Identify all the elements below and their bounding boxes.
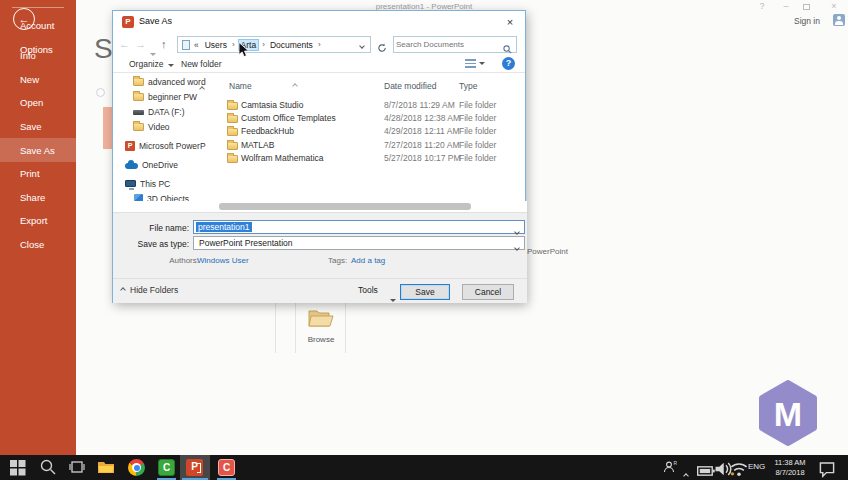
cancel-button[interactable]: Cancel bbox=[462, 284, 514, 300]
search-box bbox=[393, 36, 517, 53]
sidebar-item[interactable]: Save As bbox=[0, 138, 76, 162]
file-name: FeedbackHub bbox=[241, 126, 294, 136]
backstage-tile-fragment bbox=[103, 107, 112, 149]
tree-item[interactable]: advanced word bbox=[113, 74, 207, 89]
file-name-input[interactable]: presentation1 bbox=[193, 220, 525, 234]
tree-item[interactable]: Microsoft PowerP bbox=[113, 138, 207, 153]
window-close-button[interactable]: × bbox=[826, 1, 842, 11]
window-restore-button[interactable] bbox=[803, 4, 810, 10]
file-name-dropdown-icon[interactable] bbox=[515, 226, 519, 236]
taskbar-search-icon[interactable] bbox=[39, 458, 57, 476]
nav-forward-icon[interactable]: → bbox=[135, 37, 146, 51]
change-view-button[interactable] bbox=[465, 59, 485, 68]
battery-icon[interactable] bbox=[697, 462, 715, 480]
sidebar-menu: Info New Open Save Save As bbox=[0, 44, 76, 256]
save-as-type-dropdown-icon[interactable] bbox=[515, 242, 519, 252]
tree-scroll-up-icon[interactable] bbox=[200, 77, 204, 95]
window-help-button[interactable]: ? bbox=[754, 1, 770, 11]
tree-item[interactable]: DATA (F:) bbox=[113, 104, 207, 119]
folder-icon bbox=[133, 123, 144, 131]
people-icon[interactable]: R bbox=[663, 460, 677, 474]
breadcrumb-item[interactable]: Documents bbox=[268, 39, 315, 51]
powerpoint-taskbar-button[interactable]: P bbox=[180, 455, 210, 480]
sidebar-item[interactable]: New bbox=[0, 68, 76, 92]
start-button-icon[interactable] bbox=[9, 458, 27, 476]
nav-up-icon[interactable]: ↑ bbox=[161, 37, 167, 51]
sidebar-item[interactable]: Print bbox=[0, 162, 76, 186]
tools-dropdown-icon[interactable] bbox=[390, 288, 396, 306]
tree-item[interactable]: This PC bbox=[113, 176, 207, 191]
wifi-icon[interactable] bbox=[730, 460, 748, 478]
breadcrumb-overflow-icon[interactable]: « bbox=[194, 40, 199, 50]
new-folder-button[interactable]: New folder bbox=[181, 59, 222, 69]
address-bar[interactable]: « Users › Arta › bbox=[177, 36, 371, 53]
back-button[interactable]: ← bbox=[13, 8, 35, 30]
file-explorer-icon[interactable] bbox=[97, 458, 115, 476]
back-arrow-icon: ← bbox=[19, 13, 30, 25]
column-header-date-modified[interactable]: Date modified bbox=[384, 81, 436, 91]
backstage-divider bbox=[345, 302, 346, 353]
file-date-modified: 4/28/2018 12:38 AM bbox=[384, 113, 460, 123]
tools-menu-button[interactable]: Tools bbox=[358, 285, 378, 295]
folder-tree: advanced word beginner PW DATA (F:) Vide… bbox=[113, 74, 207, 202]
clock[interactable]: 11:38 AM 8/7/2018 bbox=[770, 458, 810, 477]
file-name-value: presentation1 bbox=[196, 222, 252, 232]
camtasia-icon[interactable]: C bbox=[158, 459, 175, 476]
breadcrumb-item[interactable]: Users bbox=[203, 39, 229, 51]
tree-item[interactable]: OneDrive bbox=[113, 157, 207, 172]
tags-label: Tags: bbox=[328, 256, 347, 265]
tree-item-label: Microsoft PowerP bbox=[139, 141, 206, 151]
breadcrumb-separator-icon[interactable]: › bbox=[232, 40, 235, 49]
open-folder-icon bbox=[307, 307, 335, 328]
dialog-fields: File name: presentation1 Save as type: P… bbox=[113, 212, 527, 278]
nav-back-icon[interactable]: ← bbox=[119, 37, 130, 51]
tree-item[interactable]: Video bbox=[113, 119, 207, 134]
hide-folders-label: Hide Folders bbox=[130, 285, 178, 295]
file-row[interactable]: Camtasia Studio 8/7/2018 11:29 AM File f… bbox=[207, 99, 527, 112]
file-row[interactable]: Wolfram Mathematica 5/27/2018 10:17 PM F… bbox=[207, 152, 527, 165]
breadcrumb-item[interactable]: Arta bbox=[238, 39, 260, 51]
save-as-type-select[interactable]: PowerPoint Presentation bbox=[193, 236, 525, 250]
file-row[interactable]: FeedbackHub 4/29/2018 12:11 AM File fold… bbox=[207, 125, 527, 138]
tree-item[interactable]: beginner PW bbox=[113, 89, 207, 104]
sidebar-item[interactable]: Save bbox=[0, 115, 76, 139]
camtasia-recorder-icon[interactable]: C bbox=[218, 459, 235, 476]
file-name-label: File name: bbox=[113, 223, 189, 233]
column-header-name[interactable]: Name bbox=[229, 81, 252, 91]
organize-menu-button[interactable]: Organize bbox=[129, 59, 174, 69]
backstage-page-title-fragment: S bbox=[94, 33, 113, 65]
task-view-icon[interactable] bbox=[68, 458, 86, 476]
dialog-close-button[interactable]: × bbox=[495, 11, 525, 33]
search-input[interactable] bbox=[396, 38, 500, 51]
column-header-type[interactable]: Type bbox=[459, 81, 477, 91]
address-dropdown-icon[interactable] bbox=[360, 40, 364, 50]
folder-icon bbox=[133, 93, 144, 101]
breadcrumb-separator-icon[interactable]: › bbox=[262, 40, 265, 49]
language-indicator[interactable]: ENG bbox=[748, 462, 765, 471]
sidebar-item[interactable]: Share bbox=[0, 186, 76, 210]
help-button[interactable]: ? bbox=[502, 57, 515, 70]
sidebar-item[interactable]: Info bbox=[0, 44, 76, 68]
sidebar-item[interactable]: Close bbox=[0, 233, 76, 257]
breadcrumb-separator-icon[interactable]: › bbox=[318, 40, 321, 49]
scrollbar-thumb[interactable] bbox=[219, 203, 471, 210]
browse-button[interactable]: Browse bbox=[298, 304, 344, 349]
file-row[interactable]: Custom Office Templates 4/28/2018 12:38 … bbox=[207, 112, 527, 125]
action-center-icon[interactable] bbox=[818, 460, 836, 478]
folder-icon bbox=[227, 155, 238, 163]
sidebar-item[interactable]: Export bbox=[0, 209, 76, 233]
window-minimize-button[interactable]: – bbox=[778, 1, 794, 11]
sign-in-link[interactable]: Sign in bbox=[794, 16, 820, 26]
chrome-icon[interactable] bbox=[128, 459, 145, 476]
authors-value[interactable]: Windows User bbox=[197, 256, 249, 265]
sidebar-item[interactable]: Open bbox=[0, 91, 76, 115]
sidebar-item-label: Close bbox=[20, 239, 44, 250]
sign-in-avatar-icon[interactable] bbox=[833, 14, 845, 26]
save-button[interactable]: Save bbox=[400, 284, 450, 300]
tree-item-label: This PC bbox=[140, 179, 170, 189]
details-view-icon bbox=[465, 59, 476, 68]
hide-folders-button[interactable]: Hide Folders bbox=[121, 285, 178, 295]
file-row[interactable]: MATLAB 7/27/2018 11:20 AM File folder bbox=[207, 139, 527, 152]
add-a-tag-link[interactable]: Add a tag bbox=[351, 256, 385, 265]
sidebar-item[interactable]: Account bbox=[0, 14, 76, 38]
